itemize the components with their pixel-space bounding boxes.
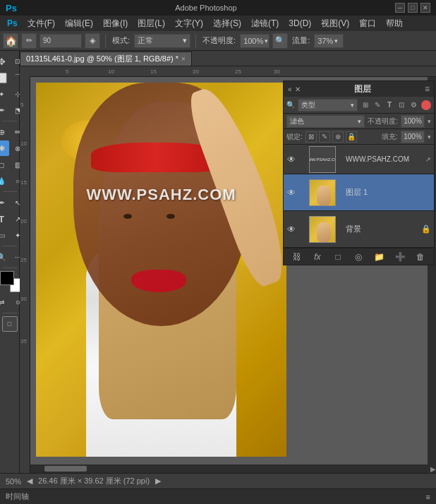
scroll-arrow-right[interactable]: ▶: [430, 465, 436, 473]
menu-edit[interactable]: 编辑(E): [61, 16, 97, 31]
window-controls[interactable]: ─ □ ✕: [395, 3, 430, 13]
layer-visibility-icon[interactable]: 👁: [286, 224, 296, 234]
move-tool[interactable]: ✥: [0, 54, 9, 69]
mode-label: 模式:: [112, 35, 130, 46]
filter-shape-icon[interactable]: ⊡: [396, 100, 406, 110]
lock-label: 锁定:: [286, 132, 303, 142]
layer-visibility-icon[interactable]: 👁: [286, 188, 296, 198]
opacity-arrow[interactable]: ▾: [428, 118, 431, 125]
filter-pixel-icon[interactable]: ⊞: [361, 100, 370, 110]
opacity-input[interactable]: 100%: [401, 115, 425, 128]
layers-panel-header: « ✕ 图层 ≡: [284, 81, 434, 97]
brush-shape-icon[interactable]: ◈: [85, 33, 100, 49]
collapse-arrows-icon[interactable]: «: [288, 85, 292, 93]
ps-logo: Ps: [6, 3, 17, 13]
type-tool[interactable]: T: [0, 211, 9, 227]
fill-label: 填充:: [382, 132, 398, 142]
magic-wand-tool[interactable]: ✦: [0, 86, 9, 102]
menu-help[interactable]: 帮助: [382, 16, 407, 31]
menu-view[interactable]: 视图(V): [317, 16, 353, 31]
blend-mode-dropdown[interactable]: 正常 ▾: [134, 34, 190, 48]
zoom-level: 50%: [6, 477, 21, 486]
layer-info: WWW.PSAHZ.COM: [346, 155, 423, 163]
layer-thumbnail: [309, 179, 336, 206]
blend-mode-dropdown[interactable]: 滤色 ▾: [286, 115, 365, 128]
lock-transparent-pixels[interactable]: ⊠: [305, 131, 317, 143]
fill-input[interactable]: 100%: [401, 131, 425, 143]
link-layers-button[interactable]: ⛓: [290, 251, 304, 263]
eraser-tool[interactable]: ◻: [0, 157, 9, 172]
document-tab[interactable]: 01315L461-0.jpg @ 50% (图层 1, RGB/8#) * ×: [20, 52, 192, 66]
filter-smart-icon[interactable]: ⚙: [408, 100, 418, 110]
pen-tool[interactable]: ✒: [0, 195, 9, 210]
fill-arrow[interactable]: ▾: [428, 133, 431, 140]
scroll-thumb-horizontal[interactable]: [44, 466, 87, 472]
opacity-label: 不透明度:: [202, 35, 236, 46]
flow-input[interactable]: 37% ▾: [314, 34, 344, 48]
menu-text[interactable]: 文字(Y): [171, 16, 207, 31]
menu-select[interactable]: 选择(S): [209, 16, 246, 31]
menu-file[interactable]: 文件(F): [23, 16, 59, 31]
close-button[interactable]: ✕: [420, 3, 430, 13]
foreground-color[interactable]: [0, 271, 14, 285]
layer-item[interactable]: 👁 背景 🔒: [284, 211, 434, 248]
opacity-input[interactable]: 100% ▾: [240, 34, 270, 48]
filter-text-icon[interactable]: T: [384, 100, 394, 110]
filter-label: 类型: [301, 100, 315, 110]
restore-button[interactable]: □: [408, 3, 418, 13]
add-mask-button[interactable]: □: [331, 251, 345, 263]
brush-icon[interactable]: ✏: [21, 33, 37, 49]
rectangle-tool[interactable]: ▭: [0, 227, 9, 243]
add-layer-style-button[interactable]: fx: [310, 251, 325, 263]
create-new-layer-button[interactable]: ➕: [393, 251, 407, 263]
lock-all[interactable]: 🔒: [346, 131, 357, 143]
create-group-button[interactable]: 📁: [373, 251, 387, 263]
zoom-tool[interactable]: 🔍: [0, 249, 9, 265]
window-title: Adobe Photoshop: [17, 4, 395, 12]
spot-healing-tool[interactable]: ⊕: [0, 124, 9, 140]
menu-image[interactable]: 图像(I): [99, 16, 132, 31]
clone-stamp-tool[interactable]: ✱: [0, 140, 9, 156]
tool-options-home[interactable]: 🏠: [3, 33, 18, 49]
menu-filter[interactable]: 滤镜(T): [247, 16, 283, 31]
swap-colors-icon[interactable]: ⇄: [0, 294, 9, 310]
layer-name: 图层 1: [346, 187, 431, 198]
marquee-tool[interactable]: ⬜: [0, 70, 9, 85]
menu-ps[interactable]: Ps: [3, 17, 22, 30]
layer-item[interactable]: 👁 图层 1: [284, 174, 434, 211]
layer-arrow-icon: ↗: [425, 156, 431, 163]
canvas-scrollbar-horizontal[interactable]: ▶: [30, 464, 436, 473]
options-bar: 🏠 ✏ 90 ◈ 模式: 正常 ▾ 不透明度: 100% ▾ 🔍 流量: 37%…: [0, 31, 436, 51]
filter-toggle-button[interactable]: [421, 100, 431, 110]
delete-layer-button[interactable]: 🗑: [413, 251, 428, 263]
main-area: ✥ ⊡ ⬜ ⌒ ✦ ⊹ ✒ ⬔ ⊕ ✏ ✱ ⊗ ◻ ▨ 💧 ○: [0, 51, 436, 473]
create-adjustment-button[interactable]: ◎: [351, 251, 365, 263]
tab-close-button[interactable]: ×: [181, 55, 186, 63]
lock-position[interactable]: ⊕: [332, 131, 344, 143]
layers-bottom-toolbar: ⛓ fx □ ◎ 📁 ➕ 🗑: [284, 248, 434, 265]
quick-mask-button[interactable]: □: [2, 316, 18, 332]
tab-name: 01315L461-0.jpg @ 50% (图层 1, RGB/8#) *: [26, 54, 178, 64]
filter-type-dropdown[interactable]: 类型 ▾: [298, 99, 358, 112]
layer-visibility-icon[interactable]: 👁: [286, 155, 296, 164]
panel-menu-icon[interactable]: ≡: [425, 84, 430, 94]
eyedropper-tool[interactable]: ✒: [0, 102, 9, 118]
photo-canvas: WWW.PSAHZ.COM: [36, 83, 286, 457]
airbrush-icon[interactable]: 🔍: [272, 33, 288, 49]
minimize-button[interactable]: ─: [395, 3, 405, 13]
menu-layer[interactable]: 图层(L): [133, 16, 169, 31]
filter-adjustment-icon[interactable]: ✎: [373, 100, 382, 110]
close-panel-icon[interactable]: ✕: [295, 85, 301, 93]
lock-image-pixels[interactable]: ✎: [319, 131, 330, 143]
layer-item[interactable]: 👁 WWW.PSAHZ.COM WWW.PSAHZ.COM ↗: [284, 145, 434, 174]
blur-tool[interactable]: 💧: [0, 173, 9, 188]
blend-mode-value: 滤色: [290, 116, 304, 126]
timeline-menu-icon[interactable]: ≡: [426, 493, 430, 501]
brush-preset-dropdown[interactable]: 90: [40, 34, 82, 48]
status-arrow-right[interactable]: ▶: [155, 476, 161, 486]
mode-value: 正常: [138, 35, 153, 46]
status-arrow-left[interactable]: ◀: [27, 476, 32, 486]
menu-bar: Ps 文件(F) 编辑(E) 图像(I) 图层(L) 文字(Y) 选择(S) 滤…: [0, 16, 436, 31]
menu-window[interactable]: 窗口: [355, 16, 380, 31]
menu-3d[interactable]: 3D(D): [284, 17, 315, 30]
